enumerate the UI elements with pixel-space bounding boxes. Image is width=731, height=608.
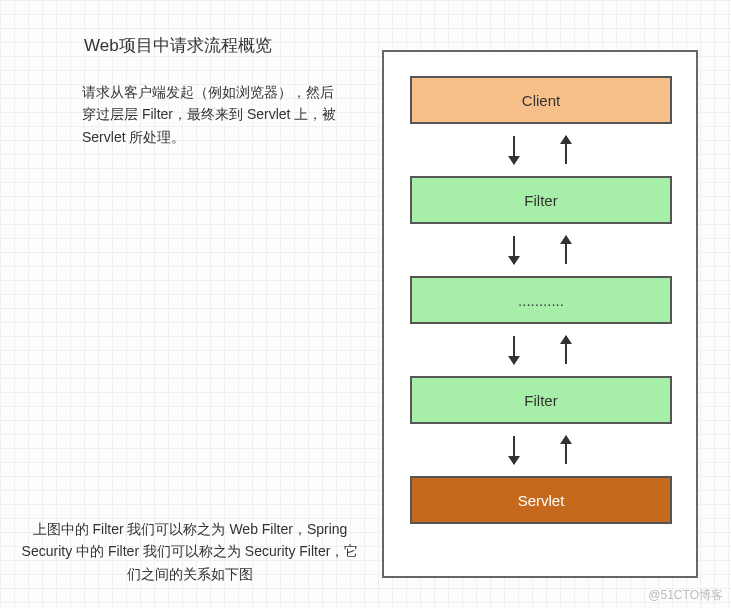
description-top: 请求从客户端发起（例如浏览器），然后穿过层层 Filter，最终来到 Servl… — [82, 81, 342, 148]
arrow-up-icon — [565, 336, 567, 364]
arrows-filter-servlet — [384, 430, 696, 470]
node-filter-2: Filter — [410, 376, 672, 424]
arrow-down-icon — [513, 336, 515, 364]
arrow-up-icon — [565, 136, 567, 164]
watermark: @51CTO博客 — [648, 587, 723, 604]
arrow-down-icon — [513, 136, 515, 164]
arrow-up-icon — [565, 236, 567, 264]
arrow-down-icon — [513, 236, 515, 264]
arrow-up-icon — [565, 436, 567, 464]
arrows-filter-ellipsis — [384, 230, 696, 270]
description-bottom: 上图中的 Filter 我们可以称之为 Web Filter，Spring Se… — [20, 518, 360, 585]
node-filter-1: Filter — [410, 176, 672, 224]
diagram-frame: Client Filter ........... Filter Servlet — [382, 50, 698, 578]
arrows-client-filter — [384, 130, 696, 170]
node-ellipsis: ........... — [410, 276, 672, 324]
arrow-down-icon — [513, 436, 515, 464]
diagram-title: Web项目中请求流程概览 — [84, 34, 272, 57]
node-client: Client — [410, 76, 672, 124]
arrows-ellipsis-filter — [384, 330, 696, 370]
node-servlet: Servlet — [410, 476, 672, 524]
